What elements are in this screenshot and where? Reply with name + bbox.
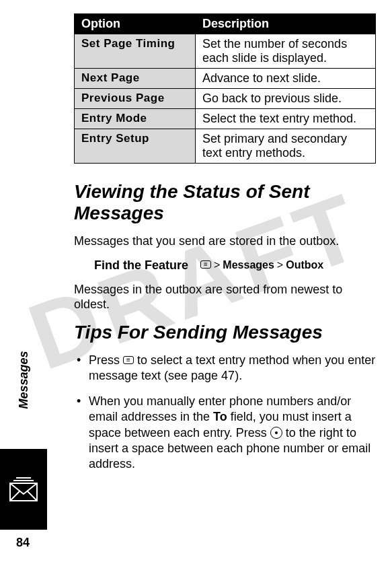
page-content: Option Description Set Page Timing Set t… [0, 0, 392, 562]
description-cell: Select the text entry method. [196, 109, 376, 129]
menu-key-icon [123, 356, 134, 364]
path-messages: Messages [223, 259, 274, 271]
table-row: Set Page Timing Set the number of second… [75, 34, 376, 69]
option-cell: Entry Setup [75, 129, 196, 164]
list-item: When you manually enter phone numbers an… [89, 394, 376, 472]
table-row: Previous Page Go back to previous slide. [75, 89, 376, 109]
description-cell: Go back to previous slide. [196, 89, 376, 109]
option-cell: Set Page Timing [75, 34, 196, 69]
find-feature-label: Find the Feature [94, 258, 188, 273]
body-text: Messages in the outbox are sorted from n… [74, 282, 376, 312]
option-cell: Entry Mode [75, 109, 196, 129]
path-outbox: Outbox [286, 259, 323, 271]
feature-path: > Messages > Outbox [200, 259, 323, 271]
description-cell: Set the number of seconds each slide is … [196, 34, 376, 69]
option-cell: Previous Page [75, 89, 196, 109]
gt: > [277, 259, 283, 271]
heading-tips-sending: Tips For Sending Messages [74, 322, 376, 343]
description-cell: Advance to next slide. [196, 69, 376, 89]
table-row: Entry Setup Set primary and secondary te… [75, 129, 376, 164]
description-cell: Set primary and secondary text entry met… [196, 129, 376, 164]
body-text: Messages that you send are stored in the… [74, 234, 376, 249]
find-feature-row: Find the Feature > Messages > Outbox [94, 258, 376, 273]
tip-text: Press [89, 353, 123, 367]
th-option: Option [75, 14, 196, 34]
gt: > [214, 259, 220, 271]
options-table: Option Description Set Page Timing Set t… [74, 13, 376, 164]
table-row: Next Page Advance to next slide. [75, 69, 376, 89]
to-field-label: To [213, 410, 227, 423]
nav-key-icon [270, 427, 282, 439]
table-row: Entry Mode Select the text entry method. [75, 109, 376, 129]
heading-viewing-status: Viewing the Status of Sent Messages [74, 181, 376, 224]
option-cell: Next Page [75, 69, 196, 89]
tips-list: Press to select a text entry method when… [74, 353, 376, 472]
th-description: Description [196, 14, 376, 34]
menu-key-icon [200, 260, 211, 269]
list-item: Press to select a text entry method when… [89, 353, 376, 384]
